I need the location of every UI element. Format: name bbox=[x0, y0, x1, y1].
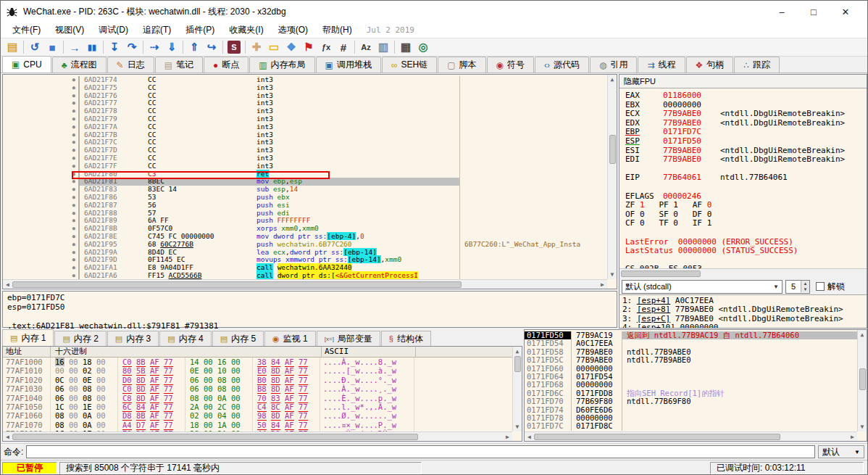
scroll-thumb[interactable] bbox=[859, 368, 866, 390]
breakpoint-gutter[interactable]: ● bbox=[3, 115, 78, 123]
tab-内存布局[interactable]: ▥内存布局 bbox=[249, 57, 314, 73]
disasm-row[interactable]: ●6AD21F8756push esi bbox=[3, 202, 607, 210]
menu-item-d[interactable]: 调试(D) bbox=[91, 22, 135, 38]
stack-row[interactable]: 0171FD5077B9AC19返回到 ntdll.77B9AC19 自 ntd… bbox=[525, 331, 857, 339]
patches-icon[interactable]: ✚ bbox=[248, 39, 265, 55]
pause-icon[interactable]: ▮▮ bbox=[83, 39, 101, 55]
register-row[interactable]: ESP0171FD50 bbox=[625, 137, 867, 146]
open-file-icon[interactable]: ▤ bbox=[4, 39, 21, 55]
unlock-checkbox[interactable] bbox=[816, 282, 825, 291]
stack-row[interactable]: 0171FD7077B69F80ntdll.77B69F80 bbox=[525, 397, 857, 405]
stop-icon[interactable]: ■ bbox=[43, 39, 61, 55]
execute-till-return-icon[interactable]: ⇑ bbox=[185, 39, 203, 55]
scroll-thumb[interactable] bbox=[12, 281, 462, 288]
tab-内存-1[interactable]: ▤内存 1 bbox=[2, 329, 54, 346]
menu-item-v[interactable]: 视图(V) bbox=[48, 22, 91, 38]
calling-convention-select[interactable]: 默认 (stdcall) ▼ bbox=[622, 280, 783, 294]
tab-结构体[interactable]: §结构体 bbox=[381, 331, 431, 346]
register-row[interactable]: EDI77B9ABE0<ntdll.DbgUiRemoteBreakin> bbox=[625, 155, 867, 165]
strings-icon[interactable]: Az bbox=[357, 39, 375, 55]
breakpoint-gutter[interactable]: ● bbox=[3, 264, 78, 272]
functions-icon[interactable]: ƒx bbox=[317, 39, 335, 55]
scroll-left-arrow[interactable]: ◀ bbox=[3, 280, 12, 289]
breakpoint-gutter[interactable]: ● bbox=[3, 225, 78, 233]
dump-row[interactable]: 77AF104006 00 08 00C8 8D AF 7708 00 0A 0… bbox=[3, 394, 512, 402]
stack-row[interactable]: 0171FD6000000000 bbox=[525, 365, 857, 373]
scroll-thumb[interactable] bbox=[514, 356, 521, 372]
breakpoint-gutter[interactable]: ● bbox=[3, 84, 78, 92]
disasm-row[interactable]: ●6AD21F75CCint3 bbox=[3, 84, 607, 92]
restart-icon[interactable]: ↺ bbox=[26, 39, 43, 55]
breakpoint-gutter[interactable]: ● bbox=[3, 76, 78, 84]
disasm-row[interactable]: ●6AD21F7FCCint3 bbox=[3, 162, 607, 170]
breakpoint-gutter[interactable]: ● bbox=[3, 249, 78, 257]
command-profile-select[interactable]: 默认 ▼ bbox=[818, 445, 864, 458]
checksum-icon[interactable]: # bbox=[335, 39, 352, 55]
dump-row[interactable]: 77AF100016 00 18 00C0 8B AF 7714 00 16 0… bbox=[3, 358, 512, 366]
spin-up-icon[interactable]: ▲ bbox=[801, 281, 809, 286]
tab-调用堆栈[interactable]: ▣调用堆栈 bbox=[316, 57, 381, 73]
stack-row[interactable]: 0171FD6C0171FDD8指向SEH_Record[1]的指针 bbox=[525, 389, 857, 397]
scroll-right-arrow[interactable]: ▶ bbox=[503, 432, 512, 442]
tab-符号[interactable]: ◉符号 bbox=[487, 57, 534, 73]
register-row[interactable]: LastStatus 00000000 (STATUS_SUCCESS) bbox=[625, 247, 867, 256]
tab-流程图[interactable]: ♣流程图 bbox=[52, 57, 107, 73]
registers-hscrollbar[interactable] bbox=[619, 269, 867, 278]
dump-row[interactable]: 77AF10501C 00 1E 006C 84 AF 772A 00 2C 0… bbox=[3, 402, 512, 411]
comments-icon[interactable]: ▭ bbox=[265, 39, 283, 55]
stack-row[interactable]: 0171FD6800000000 bbox=[525, 381, 857, 389]
scroll-thumb[interactable] bbox=[621, 270, 701, 277]
scroll-right-arrow[interactable]: ▶ bbox=[848, 432, 857, 442]
close-button[interactable]: ✕ bbox=[830, 1, 861, 22]
dump-row[interactable]: 77AF101000 00 02 0080 5B AF 770E 00 10 0… bbox=[3, 366, 512, 375]
tab-局部变量[interactable]: [x=]局部变量 bbox=[317, 331, 380, 346]
breakpoint-gutter[interactable]: ● bbox=[3, 202, 78, 210]
stack-vscrollbar[interactable]: ▲ ▼ bbox=[857, 330, 867, 431]
step-into-icon[interactable]: ↧ bbox=[106, 39, 123, 55]
labels-icon[interactable]: ❖ bbox=[283, 39, 300, 55]
bookmarks-icon[interactable]: ⚑ bbox=[300, 39, 317, 55]
hide-fpu-button[interactable]: 隐藏FPU bbox=[619, 75, 867, 88]
dump-row[interactable]: 77AF10200C 00 0E 00D0 8D AF 7706 00 08 0… bbox=[3, 376, 512, 384]
breakpoint-gutter[interactable]: ● bbox=[3, 241, 78, 249]
stack-row[interactable]: 0171FD640171FD54 bbox=[525, 373, 857, 381]
menu-item-t[interactable]: 追踪(T) bbox=[135, 22, 178, 38]
register-row[interactable]: EDX77B9ABE0<ntdll.DbgUiRemoteBreakin> bbox=[625, 119, 867, 128]
tab-内存-3[interactable]: ▤内存 3 bbox=[107, 331, 159, 346]
spin-down-icon[interactable]: ▼ bbox=[801, 286, 809, 292]
tab-cpu[interactable]: ▣CPU bbox=[2, 56, 51, 73]
scroll-down-arrow[interactable]: ▼ bbox=[513, 422, 522, 431]
minimize-button[interactable]: – bbox=[766, 1, 798, 22]
breakpoint-gutter[interactable]: ● bbox=[3, 186, 78, 194]
stack-row[interactable]: 0171FD5C77B9ABE0ntdll.77B9ABE0 bbox=[525, 356, 857, 364]
register-row[interactable]: EIP77B64061ntdll.77B64061 bbox=[625, 173, 867, 183]
arg-count-stepper[interactable]: 5 ▲▼ bbox=[785, 280, 810, 294]
scroll-thumb[interactable] bbox=[609, 135, 616, 164]
tab-内存-5[interactable]: ▤内存 5 bbox=[212, 331, 264, 346]
breakpoint-gutter[interactable]: ● bbox=[3, 92, 78, 100]
command-input[interactable] bbox=[26, 445, 815, 458]
breakpoint-gutter[interactable]: ● bbox=[3, 139, 78, 146]
menu-item-o[interactable]: 选项(O) bbox=[271, 22, 315, 38]
tab-线程[interactable]: ⇉线程 bbox=[638, 57, 685, 73]
tab-跟踪[interactable]: ∴跟踪 bbox=[734, 57, 780, 73]
tab-引用[interactable]: ◍引用 bbox=[590, 57, 637, 73]
menu-item-h[interactable]: 帮助(H) bbox=[315, 22, 359, 38]
tab-日志[interactable]: ✎日志 bbox=[107, 57, 154, 73]
breakpoint-gutter[interactable]: ● bbox=[3, 178, 78, 186]
menu-item-p[interactable]: 插件(P) bbox=[178, 22, 222, 38]
disassembly-hscrollbar[interactable]: ◀ ▶ bbox=[3, 279, 607, 289]
calculator-icon[interactable]: ▦ bbox=[397, 39, 414, 55]
disasm-row[interactable]: ●6AD21FA6FF15 ACD5566Bcall dword ptr ds:… bbox=[3, 272, 607, 279]
stack-hscrollbar[interactable]: ◀ ▶ bbox=[525, 431, 857, 441]
scroll-left-arrow[interactable]: ◀ bbox=[3, 432, 12, 442]
scroll-thumb[interactable] bbox=[534, 434, 780, 440]
breakpoint-gutter[interactable]: ● bbox=[3, 272, 78, 279]
breakpoint-gutter[interactable]: ● bbox=[3, 170, 78, 178]
maximize-button[interactable]: □ bbox=[798, 1, 830, 22]
breakpoint-gutter[interactable]: ● bbox=[3, 123, 78, 131]
step-over-icon[interactable]: ↷ bbox=[123, 39, 141, 55]
stack-argument-row[interactable]: 4: [esp+10] 00000000 bbox=[622, 323, 867, 328]
breakpoint-gutter[interactable]: ● bbox=[3, 107, 78, 115]
tab-源代码[interactable]: ‹›源代码 bbox=[535, 57, 589, 73]
